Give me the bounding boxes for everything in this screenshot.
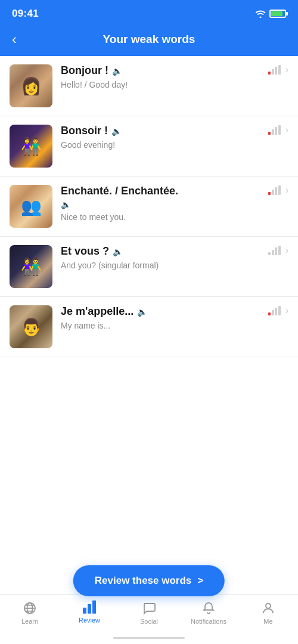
- word-thumbnail-3: 👥: [10, 185, 52, 228]
- chevron-icon-1[interactable]: ›: [285, 64, 288, 75]
- word-french-1: Bonjour !: [61, 64, 108, 77]
- word-content-4: Et vous ?🔈And you? (singular formal): [61, 245, 260, 272]
- word-content-5: Je m'appelle...🔈My name is...: [61, 305, 260, 332]
- sound-icon-4[interactable]: 🔈: [113, 247, 123, 256]
- word-actions-3: ›: [268, 185, 288, 196]
- word-thumbnail-4: 👫: [10, 245, 52, 288]
- word-item-4: 👫Et vous ?🔈And you? (singular formal)›: [0, 237, 298, 297]
- bell-icon: [201, 601, 216, 615]
- word-english-2: Good evening!: [61, 140, 260, 151]
- word-french-5: Je m'appelle...: [61, 305, 134, 318]
- word-thumbnail-2: 👫: [10, 125, 52, 168]
- page-title: Your weak words: [103, 33, 195, 46]
- word-thumbnail-1: 👩: [10, 64, 52, 107]
- word-english-5: My name is...: [61, 320, 260, 332]
- globe-icon: [23, 601, 37, 615]
- home-indicator: [113, 637, 185, 639]
- word-french-2: Bonsoir !: [61, 125, 108, 137]
- back-button[interactable]: ‹: [12, 32, 23, 47]
- strength-icon-1: [268, 65, 281, 75]
- nav-item-social[interactable]: Social: [119, 600, 179, 625]
- status-time: 09:41: [12, 8, 39, 20]
- strength-icon-4: [268, 246, 281, 255]
- word-french-4: Et vous ?: [61, 245, 109, 258]
- nav-item-me[interactable]: Me: [238, 600, 298, 625]
- nav-item-review[interactable]: Review: [60, 600, 119, 624]
- review-button-container: Review these words >: [73, 565, 225, 596]
- word-item-1: 👩Bonjour !🔈Hello! / Good day!›: [0, 56, 298, 116]
- chevron-icon-5[interactable]: ›: [285, 305, 288, 316]
- word-english-3: Nice to meet you.: [61, 212, 260, 224]
- chevron-icon-4[interactable]: ›: [285, 245, 288, 256]
- person-icon: [261, 601, 275, 615]
- word-actions-4: ›: [268, 245, 288, 256]
- chart-icon: [83, 601, 96, 614]
- word-content-3: Enchanté. / Enchantée.🔈Nice to meet you.: [61, 185, 260, 224]
- status-icons: [255, 10, 286, 18]
- word-actions-5: ›: [268, 305, 288, 316]
- strength-icon-2: [268, 125, 281, 135]
- word-item-3: 👥Enchanté. / Enchantée.🔈Nice to meet you…: [0, 177, 298, 237]
- nav-label-notifications: Notifications: [191, 618, 226, 625]
- review-button-label: Review these words: [95, 575, 192, 587]
- word-english-1: Hello! / Good day!: [61, 79, 260, 91]
- nav-label-social: Social: [140, 618, 158, 625]
- nav-item-notifications[interactable]: Notifications: [179, 600, 238, 625]
- battery-icon: [269, 10, 286, 18]
- battery-fill: [271, 11, 283, 16]
- strength-icon-3: [268, 185, 281, 195]
- chat-icon: [142, 601, 156, 615]
- chevron-icon-3[interactable]: ›: [285, 185, 288, 196]
- word-french-3: Enchanté. / Enchantée.: [61, 185, 178, 197]
- sound-icon-5[interactable]: 🔈: [137, 307, 147, 317]
- word-actions-1: ›: [268, 64, 288, 75]
- nav-item-learn[interactable]: Learn: [0, 600, 60, 625]
- word-item-2: 👫Bonsoir !🔈Good evening!›: [0, 116, 298, 177]
- wifi-icon: [255, 10, 266, 18]
- status-bar: 09:41: [0, 0, 298, 26]
- strength-icon-5: [268, 306, 281, 315]
- nav-label-learn: Learn: [21, 618, 38, 625]
- header: ‹ Your weak words: [0, 26, 298, 56]
- sound-icon-2[interactable]: 🔈: [111, 126, 122, 136]
- word-content-1: Bonjour !🔈Hello! / Good day!: [61, 64, 260, 91]
- chevron-icon-2[interactable]: ›: [285, 125, 288, 135]
- word-thumbnail-5: 👨: [10, 305, 52, 348]
- nav-label-me: Me: [263, 618, 272, 625]
- nav-label-review: Review: [79, 617, 100, 624]
- word-english-4: And you? (singular formal): [61, 260, 260, 272]
- sound-icon-1[interactable]: 🔈: [112, 66, 122, 76]
- word-content-2: Bonsoir !🔈Good evening!: [61, 125, 260, 151]
- review-button-chevron: >: [197, 575, 203, 587]
- word-item-5: 👨Je m'appelle...🔈My name is...›: [0, 297, 298, 357]
- sound-icon-3[interactable]: 🔈: [61, 200, 71, 209]
- word-actions-2: ›: [268, 125, 288, 135]
- review-button[interactable]: Review these words >: [73, 565, 225, 596]
- svg-point-5: [266, 603, 271, 608]
- word-list: 👩Bonjour !🔈Hello! / Good day!›👫Bonsoir !…: [0, 56, 298, 441]
